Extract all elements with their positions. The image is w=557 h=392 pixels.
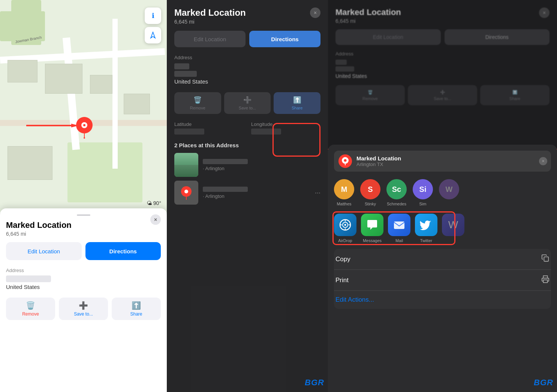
detail-save-to-label: Save to... — [239, 106, 256, 110]
share-app-airdrop[interactable]: AirDrop — [334, 214, 356, 243]
card-subtitle: 6,645 mi — [6, 231, 161, 237]
share-contact-matthes[interactable]: M Matthes — [334, 179, 354, 206]
share-location-name: Marked Location — [356, 155, 401, 162]
share-remove-btn[interactable]: 🗑️ Remove — [335, 85, 405, 105]
share-app-messages[interactable]: Messages — [361, 214, 383, 243]
detail-address-label: Address — [174, 55, 320, 60]
latitude-value — [174, 129, 204, 135]
share-top-blurred-area: Marked Location 6,645 mi × Edit Location… — [328, 0, 557, 150]
contact-name-sim: Sim — [419, 202, 427, 206]
messages-icon — [361, 214, 383, 236]
location-button[interactable] — [145, 27, 161, 43]
share-save-btn[interactable]: ➕ Save to... — [408, 85, 477, 105]
latitude-label: Latitude — [174, 121, 244, 127]
twitter-label: Twitter — [420, 238, 432, 243]
share-top-close-button[interactable]: × — [539, 7, 550, 18]
detail-edit-location-button[interactable]: Edit Location — [174, 31, 246, 47]
map-background[interactable]: Jowman Branch ℹ — [0, 0, 167, 214]
share-address-label: Address — [335, 51, 550, 57]
share-sheet-inner: Marked Location Arlington TX × M Matthes… — [328, 145, 557, 315]
share-app-mail[interactable]: Mail — [388, 214, 410, 243]
detail-bottom-actions: 🗑️ Remove ➕ Save to... ⬆️ Share — [174, 92, 320, 114]
detail-address-country: United States — [174, 78, 320, 85]
airdrop-icon — [334, 214, 356, 236]
map-card: Marked Location 6,645 mi × Edit Location… — [0, 208, 167, 392]
share-contacts-row: M Matthes S Stinky Sc Schmedes Si Sim W — [334, 178, 551, 208]
info-button[interactable]: ℹ — [145, 7, 161, 24]
latitude-item: Latitude — [174, 121, 244, 135]
share-address-line1 — [335, 60, 347, 65]
contact-avatar-matthes: M — [334, 179, 354, 199]
remove-label: Remove — [22, 311, 39, 317]
contact-avatar-schmedes: Sc — [386, 179, 407, 199]
share-top-action-buttons: 🗑️ Remove ➕ Save to... ⬆️ Share — [335, 85, 550, 105]
share-edit-location-button[interactable]: Edit Location — [335, 29, 441, 45]
share-address-country: United States — [335, 73, 550, 79]
detail-subtitle: 6,645 mi — [174, 19, 246, 25]
detail-share-label: Share — [292, 106, 302, 110]
svg-rect-17 — [544, 257, 548, 261]
share-contact-sim[interactable]: Si Sim — [413, 179, 433, 206]
share-plus-icon: ➕ — [440, 90, 445, 95]
card-close-button[interactable]: × — [150, 214, 161, 225]
longitude-value — [251, 129, 281, 135]
detail-save-to-button[interactable]: ➕ Save to... — [224, 92, 271, 114]
edit-actions-row[interactable]: Edit Actions... — [334, 291, 551, 309]
edit-actions-label: Edit Actions... — [335, 296, 374, 304]
share-contact-schmedes[interactable]: Sc Schmedes — [386, 179, 407, 206]
remove-button[interactable]: 🗑️ Remove — [6, 298, 55, 320]
contact-avatar-sim: Si — [413, 179, 433, 199]
share-icon: ⬆️ — [132, 301, 141, 310]
print-action-row[interactable]: Print — [334, 270, 551, 291]
detail-close-button[interactable]: × — [310, 7, 320, 18]
detail-share-button[interactable]: ⬆️ Share — [274, 92, 320, 114]
detail-remove-button[interactable]: 🗑️ Remove — [174, 92, 221, 114]
share-directions-button[interactable]: Directions — [445, 29, 550, 45]
share-location-close-button[interactable]: × — [539, 157, 547, 165]
share-share-icon: ⬆️ — [512, 90, 518, 95]
copy-action-row[interactable]: Copy — [334, 249, 551, 270]
share-top-buttons: Edit Location Directions — [335, 29, 550, 45]
detail-action-buttons: Edit Location Directions — [174, 31, 320, 47]
edit-location-button[interactable]: Edit Location — [6, 242, 82, 260]
detail-trash-icon: 🗑️ — [193, 96, 202, 104]
share-sheet: Marked Location Arlington TX × M Matthes… — [328, 145, 557, 392]
share-location-card: Marked Location Arlington TX × — [334, 151, 551, 172]
contact-name-stinky: Stinky — [365, 202, 376, 206]
twitter-icon — [415, 214, 437, 236]
place-item-2: · Arlington ··· — [174, 181, 320, 205]
map-arrow — [26, 123, 75, 128]
place2-more-dots[interactable]: ··· — [315, 189, 320, 197]
messages-label: Messages — [363, 238, 382, 243]
contact-avatar-stinky: S — [360, 179, 380, 199]
place1-image — [174, 153, 198, 177]
svg-rect-18 — [544, 280, 548, 283]
copy-label: Copy — [335, 256, 350, 263]
directions-button[interactable]: Directions — [85, 242, 161, 260]
detail-directions-button[interactable]: Directions — [249, 31, 320, 47]
detail-title: Marked Location — [174, 7, 246, 18]
share-button[interactable]: ⬆️ Share — [112, 298, 161, 320]
card-action-buttons: Edit Location Directions — [6, 242, 161, 260]
share-action-list: Copy Print — [334, 249, 551, 309]
card-title: Marked Location — [6, 220, 161, 230]
print-label: Print — [335, 277, 349, 284]
place2-info: · Arlington — [203, 187, 248, 199]
longitude-label: Longitude — [251, 121, 320, 127]
detail-share-icon: ⬆️ — [293, 96, 301, 104]
plus-icon: ➕ — [79, 301, 88, 310]
bgr-watermark-panel2: BGR — [305, 378, 324, 388]
svg-point-4 — [83, 124, 85, 126]
share-share-btn[interactable]: ⬆️ Share — [480, 85, 550, 105]
detail-coords-row: Latitude Longitude — [174, 121, 320, 135]
save-to-button[interactable]: ➕ Save to... — [59, 298, 108, 320]
share-label: Share — [130, 311, 142, 317]
share-top-content: Marked Location 6,645 mi × Edit Location… — [328, 0, 557, 105]
share-apps-container: AirDrop Messages — [334, 214, 551, 243]
detail-remove-label: Remove — [190, 106, 205, 110]
share-contact-stinky[interactable]: S Stinky — [360, 179, 380, 206]
share-apps-row: AirDrop Messages — [334, 214, 551, 243]
mail-icon — [388, 214, 410, 236]
map-pin[interactable] — [75, 116, 94, 139]
share-app-twitter[interactable]: Twitter — [415, 214, 437, 243]
